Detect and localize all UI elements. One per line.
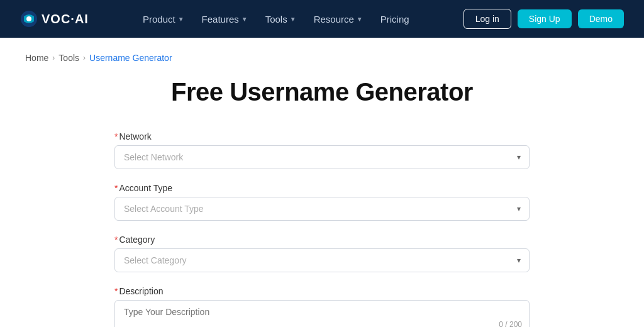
page-title: Free Username Generator [25,78,619,106]
account-type-label: * Account Type [114,183,530,193]
network-label: * Network [114,131,530,141]
description-textarea[interactable] [114,300,530,327]
required-star: * [114,235,118,245]
nav-actions: Log in Sign Up Demo [464,9,624,29]
category-select[interactable]: Select Category [114,248,530,272]
chevron-down-icon: ▼ [290,16,296,23]
nav-menu: Product ▼ Features ▼ Tools ▼ Resource ▼ … [109,9,443,30]
nav-resource[interactable]: Resource ▼ [306,9,370,30]
demo-button[interactable]: Demo [578,9,624,28]
svg-point-1 [26,16,31,21]
nav-pricing[interactable]: Pricing [373,9,417,30]
breadcrumb-sep-1: › [52,53,55,62]
network-group: * Network Select Network ▾ [114,131,530,169]
nav-tools[interactable]: Tools ▼ [258,9,304,30]
required-star: * [114,286,118,296]
logo[interactable]: VOC·AI [20,10,89,28]
breadcrumb-home[interactable]: Home [25,53,48,63]
navbar: VOC·AI Product ▼ Features ▼ Tools ▼ Reso… [0,0,644,38]
logo-icon [20,10,38,28]
required-star: * [114,183,118,193]
form-container: * Network Select Network ▾ * Account Typ… [114,131,530,327]
breadcrumb: Home › Tools › Username Generator [25,53,619,63]
category-label: * Category [114,235,530,245]
description-label: * Description [114,286,530,296]
char-count: 0 / 200 [499,320,522,327]
category-group: * Category Select Category ▾ [114,235,530,272]
chevron-down-icon: ▼ [178,16,184,23]
logo-text: VOC·AI [42,12,89,26]
description-textarea-wrapper: 0 / 200 [114,300,530,327]
main-content: Home › Tools › Username Generator Free U… [0,38,644,327]
account-type-select-wrapper: Select Account Type ▾ [114,197,530,221]
breadcrumb-tools[interactable]: Tools [58,53,79,63]
account-type-group: * Account Type Select Account Type ▾ [114,183,530,221]
breadcrumb-sep-2: › [83,53,86,62]
description-group: * Description 0 / 200 [114,286,530,327]
network-select[interactable]: Select Network [114,145,530,169]
network-select-wrapper: Select Network ▾ [114,145,530,169]
nav-product[interactable]: Product ▼ [135,9,192,30]
required-star: * [114,131,118,141]
chevron-down-icon: ▼ [357,16,363,23]
signup-button[interactable]: Sign Up [518,9,572,28]
chevron-down-icon: ▼ [242,16,248,23]
account-type-select[interactable]: Select Account Type [114,197,530,221]
nav-features[interactable]: Features ▼ [194,9,255,30]
breadcrumb-current[interactable]: Username Generator [89,53,172,63]
login-button[interactable]: Log in [464,9,511,29]
category-select-wrapper: Select Category ▾ [114,248,530,272]
